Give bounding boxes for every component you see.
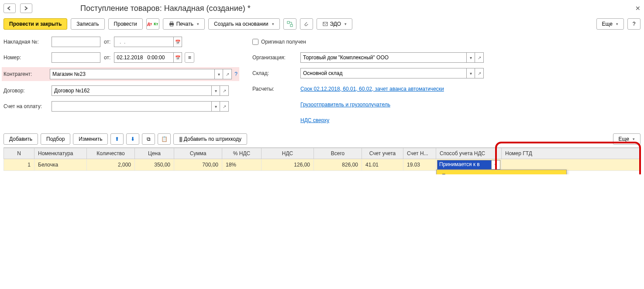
col-vatmode[interactable]: Способ учета НДС bbox=[436, 148, 502, 159]
post-close-button[interactable]: Провести и закрыть bbox=[3, 18, 67, 30]
add-row-button[interactable]: Добавить bbox=[3, 133, 38, 145]
open-icon[interactable]: ↗ bbox=[220, 101, 229, 112]
contractor-input[interactable] bbox=[50, 69, 214, 79]
edo-button[interactable]: ЭДО bbox=[317, 18, 353, 30]
dropdown-icon[interactable]: ▾ bbox=[211, 85, 220, 96]
cell-gtd[interactable] bbox=[502, 159, 641, 171]
move-up-icon[interactable]: ⬆ bbox=[110, 133, 124, 145]
dropdown-icon[interactable]: ▾ bbox=[466, 52, 475, 63]
attach-icon[interactable] bbox=[300, 18, 313, 30]
from-label-1: от: bbox=[104, 39, 110, 45]
col-acctn[interactable]: Счет Н... bbox=[403, 148, 436, 159]
open-icon[interactable]: ↗ bbox=[475, 68, 484, 78]
nav-back-button[interactable] bbox=[3, 3, 16, 13]
svg-rect-1 bbox=[170, 22, 173, 23]
warehouse-label: Склад: bbox=[252, 70, 300, 76]
cell-price[interactable]: 350,00 bbox=[135, 159, 174, 171]
col-vatpct[interactable]: % НДС bbox=[222, 148, 262, 159]
shipper-link[interactable]: Грузоотправитель и грузополучатель bbox=[300, 102, 390, 108]
contract-label: Договор: bbox=[3, 88, 52, 94]
col-qty[interactable]: Количество bbox=[87, 148, 135, 159]
contractor-help[interactable]: ? bbox=[234, 71, 238, 77]
create-based-button[interactable]: Создать на основании bbox=[208, 18, 280, 30]
vat-link[interactable]: НДС сверху bbox=[300, 117, 329, 123]
org-label: Организация: bbox=[252, 54, 300, 61]
original-checkbox[interactable] bbox=[252, 39, 258, 45]
select-button[interactable]: Подбор bbox=[41, 133, 70, 145]
dropdown-icon[interactable]: ▾ bbox=[466, 68, 475, 78]
dropdown-item[interactable]: Принимается к вычету bbox=[437, 170, 566, 174]
cell-acct[interactable]: 41.01 bbox=[362, 159, 403, 171]
calendar-icon[interactable]: 📅 bbox=[173, 37, 182, 47]
col-item[interactable]: Номенклатура bbox=[34, 148, 87, 159]
more-button[interactable]: Еще bbox=[596, 18, 624, 30]
barcode-button[interactable]: ||| Добавить по штрихкоду bbox=[173, 133, 247, 145]
chevron-down-icon[interactable]: ▾ bbox=[492, 160, 500, 170]
cell-vatmode[interactable]: Принимается к в ▾ Принимается к вычету У… bbox=[436, 159, 502, 171]
invoice-no-label: Накладная №: bbox=[3, 39, 52, 45]
vatmode-selected[interactable]: Принимается к в bbox=[437, 160, 492, 170]
cell-n[interactable]: 1 bbox=[4, 159, 34, 171]
cell-item[interactable]: Белочка bbox=[34, 159, 87, 171]
original-label: Оригинал получен bbox=[261, 39, 306, 45]
items-table: N Номенклатура Количество Цена Сумма % Н… bbox=[3, 148, 641, 171]
col-sum[interactable]: Сумма bbox=[174, 148, 222, 159]
from-label-2: от: bbox=[104, 54, 110, 61]
svg-rect-5 bbox=[323, 22, 327, 26]
contract-input[interactable] bbox=[52, 85, 211, 96]
col-total[interactable]: Всего bbox=[314, 148, 362, 159]
dropdown-icon[interactable]: ▾ bbox=[214, 69, 223, 79]
contractor-label: Контрагент: bbox=[2, 71, 50, 77]
number-label: Номер: bbox=[3, 54, 52, 61]
cell-qty[interactable]: 2,000 bbox=[87, 159, 135, 171]
related-icon[interactable] bbox=[283, 18, 296, 30]
col-acct[interactable]: Счет учета bbox=[362, 148, 403, 159]
vatmode-dropdown: Принимается к вычету Учитывается в стоим… bbox=[436, 170, 567, 174]
open-icon[interactable]: ↗ bbox=[475, 52, 484, 63]
cell-vat[interactable]: 126,00 bbox=[262, 159, 314, 171]
col-n[interactable]: N bbox=[4, 148, 34, 159]
cell-sum[interactable]: 700,00 bbox=[174, 159, 222, 171]
dtkt-icon[interactable]: ДтКт bbox=[146, 18, 159, 30]
open-icon[interactable]: ↗ bbox=[220, 85, 229, 96]
open-icon[interactable]: ↗ bbox=[223, 69, 232, 79]
col-gtd[interactable]: Номер ГТД bbox=[502, 148, 641, 159]
print-button[interactable]: Печать bbox=[163, 18, 205, 30]
date-extra-icon[interactable]: ≡ bbox=[185, 52, 194, 63]
calc-label: Расчеты: bbox=[252, 86, 300, 92]
doc-date-input[interactable] bbox=[114, 52, 173, 63]
svg-rect-4 bbox=[290, 24, 293, 27]
edit-button[interactable]: Изменить bbox=[73, 133, 108, 145]
paste-icon[interactable]: 📋 bbox=[158, 133, 171, 145]
copy-icon[interactable]: ⧉ bbox=[142, 133, 155, 145]
cell-total[interactable]: 826,00 bbox=[314, 159, 362, 171]
nav-forward-button[interactable] bbox=[20, 3, 32, 13]
post-button[interactable]: Провести bbox=[108, 18, 143, 30]
close-icon[interactable]: ✕ bbox=[635, 5, 641, 12]
account-label: Счет на оплату: bbox=[3, 103, 52, 109]
save-button[interactable]: Записать bbox=[71, 18, 104, 30]
page-title: Поступление товаров: Накладная (создание… bbox=[80, 4, 251, 13]
table-row[interactable]: 1 Белочка 2,000 350,00 700,00 18% 126,00… bbox=[4, 159, 641, 171]
help-button[interactable]: ? bbox=[627, 18, 641, 30]
table-more-button[interactable]: Еще bbox=[613, 133, 641, 145]
invoice-no-input[interactable] bbox=[52, 37, 100, 47]
cell-vatpct[interactable]: 18% bbox=[222, 159, 262, 171]
invoice-date-input[interactable] bbox=[114, 37, 173, 47]
move-down-icon[interactable]: ⬇ bbox=[126, 133, 139, 145]
svg-rect-2 bbox=[170, 25, 173, 26]
svg-rect-3 bbox=[287, 21, 289, 24]
dropdown-icon[interactable]: ▾ bbox=[211, 101, 220, 112]
org-input[interactable] bbox=[300, 52, 466, 63]
number-input[interactable] bbox=[52, 52, 100, 63]
calc-link[interactable]: Срок 02.12.2018, 60.01, 60.02, зачет ава… bbox=[300, 86, 444, 92]
warehouse-input[interactable] bbox=[300, 68, 466, 78]
calendar-icon-2[interactable]: 📅 bbox=[173, 52, 182, 63]
col-price[interactable]: Цена bbox=[135, 148, 174, 159]
cell-acctn[interactable]: 19.03 bbox=[403, 159, 436, 171]
col-vat[interactable]: НДС bbox=[262, 148, 314, 159]
account-input[interactable] bbox=[52, 101, 211, 112]
